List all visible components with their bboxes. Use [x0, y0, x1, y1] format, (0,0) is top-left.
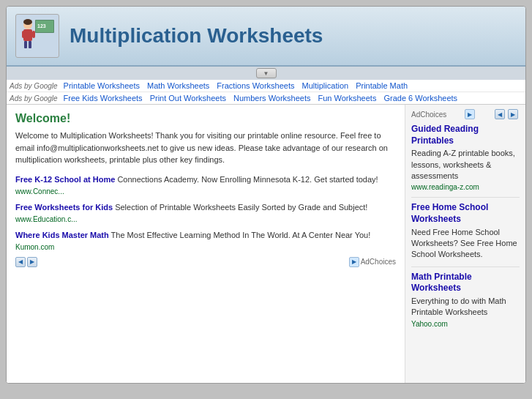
sidebar-adchoices-icon: ▶	[465, 109, 475, 119]
content-ad-2-url: www.Education.c...	[15, 215, 77, 223]
header-icon: 123	[15, 14, 59, 58]
content-ad-3-desc: The Most Effective Learning Method In Th…	[111, 231, 371, 239]
sidebar-ad-2-title[interactable]: Free Home School Worksheets	[411, 202, 520, 225]
nav-link-math-worksheets[interactable]: Math Worksheets	[147, 81, 209, 90]
sidebar-divider-2	[411, 266, 520, 267]
adchoices-icon: ▶	[349, 257, 359, 267]
sidebar-adchoices-label: AdChoices	[411, 111, 446, 119]
nav-row-1: Ads by Google Printable Worksheets Math …	[7, 80, 525, 92]
adchoices-label: AdChoices	[361, 258, 396, 266]
nav-link-printable-math[interactable]: Printable Math	[356, 81, 408, 90]
svg-text:123: 123	[37, 23, 46, 29]
sidebar-divider-1	[411, 197, 520, 198]
sidebar-prev-button[interactable]: ◀	[495, 109, 505, 119]
content-ad-2-title[interactable]: Free Worksheets for Kids	[15, 203, 113, 212]
teacher-icon: 123	[19, 16, 56, 56]
next-ad-button[interactable]: ▶	[27, 257, 37, 267]
scroll-indicator: ▼	[7, 67, 525, 80]
nav-link-free-kids[interactable]: Free Kids Worksheets	[64, 94, 143, 102]
main-content: Welcome! Welcome to Multiplication Works…	[7, 105, 405, 383]
sidebar-ad-3-url: Yahoo.com	[411, 320, 520, 328]
content-ad-1-desc: Connections Academy. Now Enrolling Minne…	[117, 175, 378, 184]
sidebar-adchoices-row: AdChoices ▶ ◀ ▶	[411, 109, 520, 119]
svg-point-9	[23, 19, 32, 25]
sidebar-next-button[interactable]: ▶	[508, 109, 518, 119]
scroll-button[interactable]: ▼	[256, 68, 277, 78]
sidebar-ad-1-url: www.readinga-z.com	[411, 183, 520, 191]
nav-link-grade6[interactable]: Grade 6 Worksheets	[383, 94, 457, 102]
content-ad-1-title[interactable]: Free K-12 School at Home	[15, 175, 115, 184]
welcome-email-link[interactable]: info@multiplicationworksheets.net	[37, 143, 158, 152]
page-title: Multiplication Worksheets	[70, 24, 323, 48]
nav-link-numbers[interactable]: Numbers Worksheets	[233, 94, 311, 102]
content-ad-2-desc: Selection of Printable Worksheets Easily…	[115, 203, 367, 212]
ads-by-google-2: Ads by Google	[10, 94, 58, 102]
navigation-container: Ads by Google Printable Worksheets Math …	[7, 80, 525, 105]
content-ad-2: Free Worksheets for Kids Selection of Pr…	[15, 201, 396, 225]
ads-by-google-1: Ads by Google	[10, 82, 58, 90]
nav-link-printable-worksheets[interactable]: Printable Worksheets	[64, 81, 140, 90]
sidebar-ad-3: Math Printable Worksheets Everything to …	[411, 272, 520, 328]
content-ad-1-url: www.Connec...	[15, 187, 64, 195]
nav-link-multiplication[interactable]: Multiplication	[302, 81, 349, 90]
sidebar-ad-2-desc: Need Free Home School Worksheets? See Fr…	[411, 227, 520, 261]
sidebar-nav-arrows: ◀ ▶	[495, 109, 520, 119]
nav-row-2: Ads by Google Free Kids Worksheets Print…	[7, 92, 525, 104]
sidebar: AdChoices ▶ ◀ ▶ Guided Reading Printable…	[405, 105, 525, 383]
sidebar-ad-1-title[interactable]: Guided Reading Printables	[411, 124, 520, 146]
sidebar-ad-1-desc: Reading A-Z printable books, lessons, wo…	[411, 148, 520, 182]
content-ad-3-title[interactable]: Where Kids Master Math	[15, 231, 109, 239]
sidebar-ad-3-desc: Everything to do with Math Printable Wor…	[411, 296, 520, 318]
welcome-paragraph: Welcome to Multiplication Worksheets! Th…	[15, 130, 396, 166]
nav-link-fun[interactable]: Fun Worksheets	[318, 94, 377, 102]
svg-rect-6	[32, 31, 35, 38]
svg-rect-8	[29, 41, 31, 48]
welcome-title: Welcome!	[15, 112, 396, 125]
content-ad-3: Where Kids Master Math The Most Effectiv…	[15, 229, 396, 253]
nav-link-fractions-worksheets[interactable]: Fractions Worksheets	[217, 81, 294, 90]
nav-link-print-out[interactable]: Print Out Worksheets	[150, 94, 226, 102]
content-area: Welcome! Welcome to Multiplication Works…	[7, 105, 525, 383]
content-ad-3-url: Kumon.com	[15, 243, 54, 251]
sidebar-ad-2: Free Home School Worksheets Need Free Ho…	[411, 202, 520, 260]
content-adchoices-bar: ◀ ▶ ▶ AdChoices	[15, 257, 396, 267]
sidebar-ad-3-title[interactable]: Math Printable Worksheets	[411, 272, 520, 294]
prev-ad-button[interactable]: ◀	[15, 257, 26, 267]
svg-rect-5	[22, 31, 25, 38]
svg-rect-7	[24, 41, 27, 48]
page-header: 123 Multiplication Worksheets	[7, 7, 525, 67]
sidebar-ad-1: Guided Reading Printables Reading A-Z pr…	[411, 124, 520, 191]
content-ad-1: Free K-12 School at Home Connections Aca…	[15, 174, 396, 198]
